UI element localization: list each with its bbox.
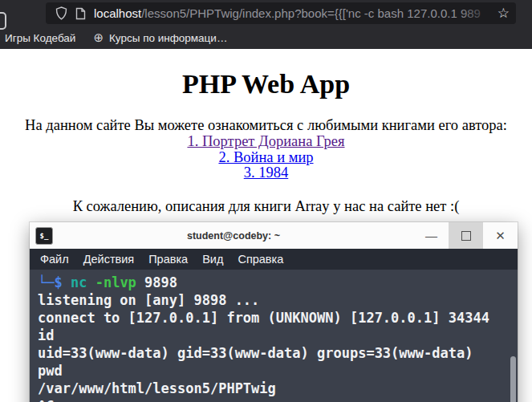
terminal-scrollbar[interactable] [510,356,516,402]
maximize-button[interactable] [449,222,483,249]
intro-text: На данном сайте Вы можете ознакомиться с… [0,117,532,134]
terminal-line: /var/www/html/lesson5/PHPTwig [38,380,518,397]
terminal-line: pwd [38,362,518,380]
book-link-2[interactable]: 2. Война и мир [0,150,532,166]
menu-help[interactable]: Справка [230,253,290,266]
terminal-menubar: Файл Действия Правка Вид Справка [30,249,518,270]
menu-actions[interactable]: Действия [76,253,142,266]
terminal-prompt-line: └─$ nc -nlvp 9898 [38,274,518,291]
terminal-line: ^C [38,397,518,402]
bookmark-label: Курсы по информаци… [109,32,227,44]
terminal-line: listening on [any] 9898 ... [38,291,518,309]
terminal-window-title: student@codeby: ~ [53,230,414,242]
page-info-icon[interactable] [75,7,86,20]
bookmark-star-icon[interactable]: ☆ [497,5,510,22]
browser-chrome: localhost/lesson5/PHPTwig/index.php?book… [0,0,532,49]
bookmark-label: Игры Кодебай [5,32,75,44]
book-link-list: 1. Портрет Дориана Грея 2. Война и мир 3… [0,134,532,181]
bookmark-kursy[interactable]: ⊕ Курсы по информаци… [93,30,227,45]
terminal-line: connect to [127.0.0.1] from (UNKNOWN) [1… [38,309,518,327]
cmd-flags: -nlvp [95,274,144,290]
shield-icon[interactable] [55,6,67,20]
menu-file[interactable]: Файл [33,253,76,266]
bookmark-igry-kodebay[interactable]: Игры Кодебай [5,32,75,44]
maximize-icon [461,231,471,241]
book-link-3[interactable]: 3. 1984 [0,165,532,181]
book-link-1[interactable]: 1. Портрет Дориана Грея [0,134,532,150]
shell-prompt: └─$ [38,274,71,290]
terminal-window: $_ student@codeby: ~ — ✕ Файл Действия П… [30,222,518,402]
menu-view[interactable]: Вид [195,253,230,266]
url-text[interactable]: localhost/lesson5/PHPTwig/index.php?book… [94,6,493,20]
terminal-line: uid=33(www-data) gid=33(www-data) groups… [38,344,518,362]
page-title: PHP Web App [0,69,532,99]
menu-edit[interactable]: Правка [141,253,195,266]
globe-icon: ⊕ [93,30,104,45]
terminal-line: id [38,327,518,344]
cmd-nc: nc [71,274,95,290]
terminal-app-icon: $_ [35,227,53,245]
minimize-button[interactable]: — [414,222,449,249]
url-path: /lesson5/PHPTwig/index.php?book={{['nc -… [141,6,481,20]
terminal-output[interactable]: └─$ nc -nlvp 9898 listening on [any] 989… [30,270,518,402]
url-host: localhost [94,6,141,20]
cmd-port: 9898 [144,274,177,290]
terminal-titlebar[interactable]: $_ student@codeby: ~ — ✕ [30,222,518,249]
close-button[interactable]: ✕ [483,222,518,249]
address-bar[interactable]: localhost/lesson5/PHPTwig/index.php?book… [46,2,516,24]
bookmarks-bar: Игры Кодебай ⊕ Курсы по информаци… [0,26,532,49]
notice-text: К сожалению, описания для книги Array у … [0,198,532,215]
